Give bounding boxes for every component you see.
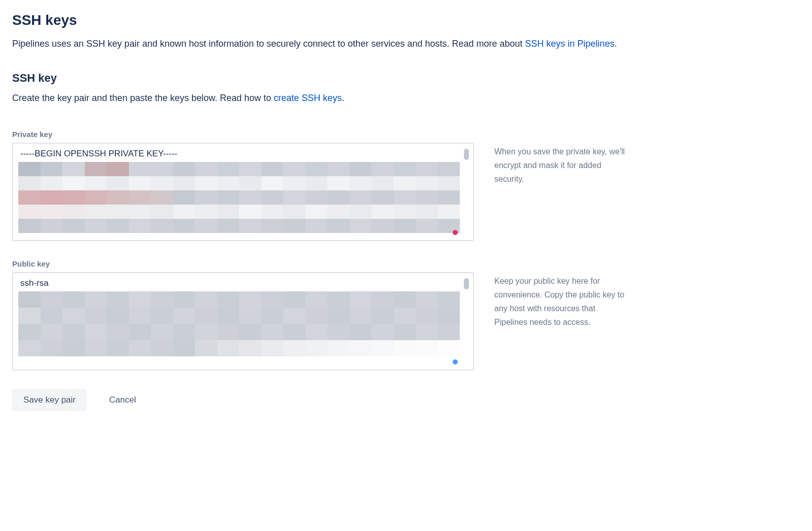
ssh-key-desc-before: Create the key pair and then paste the k… (12, 93, 274, 103)
private-key-input[interactable]: -----BEGIN OPENSSH PRIVATE KEY----- (12, 143, 474, 241)
ssh-key-desc-after: . (342, 93, 344, 103)
scrollbar-thumb (464, 149, 469, 160)
private-key-row: -----BEGIN OPENSSH PRIVATE KEY----- (12, 143, 800, 241)
public-key-field-wrap: ssh-rsa (12, 272, 474, 371)
public-key-help-text: Keep your public key here for convenienc… (494, 272, 626, 329)
private-key-first-line: -----BEGIN OPENSSH PRIVATE KEY----- (18, 149, 460, 159)
ssh-key-heading: SSH key (12, 72, 800, 85)
public-key-scrollbar[interactable] (464, 278, 469, 364)
public-key-label: Public key (12, 259, 800, 268)
info-dot-icon (453, 359, 458, 364)
ssh-keys-pipelines-link[interactable]: SSH keys in Pipelines (525, 39, 615, 49)
public-key-first-line: ssh-rsa (18, 278, 460, 288)
page-title: SSH keys (12, 12, 800, 28)
public-key-row: ssh-rsa Keep your public key h (12, 272, 800, 371)
private-key-blurred-content (18, 162, 460, 233)
page-description-text-after: . (615, 39, 617, 49)
private-key-label: Private key (12, 130, 800, 139)
private-key-help-text: When you save the private key, we'll enc… (494, 143, 626, 186)
page-description-text-before: Pipelines uses an SSH key pair and known… (12, 39, 525, 49)
ssh-key-description: Create the key pair and then paste the k… (12, 91, 800, 106)
private-key-field-wrap: -----BEGIN OPENSSH PRIVATE KEY----- (12, 143, 474, 241)
private-key-scrollbar[interactable] (464, 149, 469, 235)
button-row: Save key pair Cancel (12, 389, 800, 411)
create-ssh-keys-link[interactable]: create SSH keys (274, 93, 342, 103)
spellcheck-dot-icon (453, 230, 458, 235)
public-key-input[interactable]: ssh-rsa (12, 272, 474, 371)
scrollbar-thumb (464, 278, 469, 289)
save-key-pair-button[interactable]: Save key pair (12, 389, 87, 411)
public-key-blurred-content (18, 291, 460, 356)
cancel-button[interactable]: Cancel (101, 389, 144, 411)
page-description: Pipelines uses an SSH key pair and known… (12, 37, 621, 51)
